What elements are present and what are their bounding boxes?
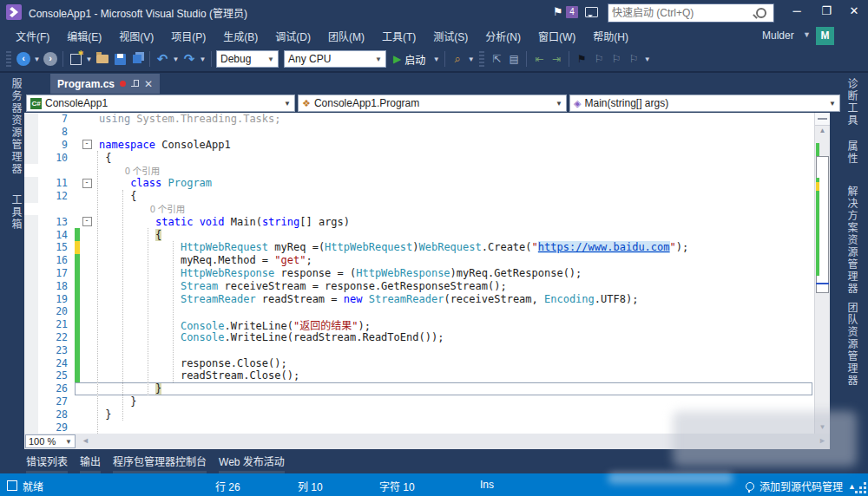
menu-item-1[interactable]: 文件(F) <box>7 25 58 47</box>
breakpoint-margin[interactable] <box>24 382 38 395</box>
breakpoint-margin[interactable] <box>24 177 38 190</box>
panel-tab-1[interactable]: 错误列表 <box>26 454 68 474</box>
fold-margin[interactable] <box>80 408 94 421</box>
fold-margin[interactable] <box>80 318 94 331</box>
fold-margin[interactable] <box>80 305 94 318</box>
zoom-combo[interactable]: 100 %▼ <box>25 434 76 448</box>
right-tool-tab-4[interactable]: 团队资源管理器 <box>844 300 868 388</box>
resize-grip[interactable] <box>856 482 866 493</box>
fold-margin[interactable] <box>80 126 94 139</box>
menu-item-9[interactable]: 测试(S) <box>424 25 477 47</box>
code-line-24[interactable]: 24 response.Close(); <box>24 356 814 369</box>
indent-decrease-icon[interactable]: ⇤ <box>531 50 547 68</box>
breakpoint-margin[interactable] <box>24 305 38 318</box>
open-file-button[interactable] <box>95 50 110 68</box>
breakpoint-margin[interactable] <box>24 190 38 203</box>
fold-margin[interactable]: - <box>80 215 94 228</box>
code-line-10[interactable]: 10 { <box>24 151 814 164</box>
code-line-11[interactable]: 11- class Program <box>24 177 814 190</box>
menu-item-2[interactable]: 编辑(E) <box>58 25 110 47</box>
fold-margin[interactable] <box>80 343 94 356</box>
user-name[interactable]: Mulder <box>762 29 794 42</box>
breakpoint-margin[interactable] <box>24 318 38 331</box>
toolbar-grip[interactable] <box>479 51 484 67</box>
code-line-7[interactable]: 7using System.Threading.Tasks; <box>24 113 814 126</box>
fold-margin[interactable] <box>80 228 94 241</box>
hscroll-left-icon[interactable]: ◄ <box>82 436 89 445</box>
navigate-back-button[interactable]: ‹ <box>16 50 31 68</box>
start-dropdown-caret[interactable]: ▼ <box>432 50 440 68</box>
code-line-27[interactable]: 27 } <box>24 395 814 408</box>
bookmark-icon[interactable]: ⚑ <box>574 50 589 68</box>
toolbar-grip[interactable] <box>6 51 11 67</box>
breakpoint-margin[interactable] <box>24 369 38 382</box>
fold-margin[interactable] <box>80 395 94 408</box>
project-dropdown[interactable]: C# ConsoleApp1▼ <box>26 95 295 112</box>
undo-dropdown-caret[interactable]: ▼ <box>172 50 180 68</box>
type-dropdown[interactable]: ❖ ConsoleApp1.Program▼ <box>298 95 567 112</box>
code-line-20[interactable]: 20 <box>24 305 814 318</box>
menu-item-10[interactable]: 分析(N) <box>477 25 529 47</box>
menu-item-12[interactable]: 帮助(H) <box>584 25 637 47</box>
fold-margin[interactable] <box>80 421 94 434</box>
panel-tab-4[interactable]: Web 发布活动 <box>219 454 285 474</box>
breakpoint-margin[interactable] <box>24 151 38 164</box>
breakpoint-margin[interactable] <box>24 292 38 305</box>
code-line-23[interactable]: 23 <box>24 343 814 356</box>
platform-combo[interactable]: Any CPU▼ <box>284 50 386 68</box>
prev-bookmark-icon[interactable]: ⚐ <box>591 50 607 68</box>
breakpoint-margin[interactable] <box>24 254 38 267</box>
hyperlink[interactable]: https://www.baidu.com <box>538 241 670 253</box>
breakpoint-margin[interactable] <box>24 343 38 356</box>
menu-item-3[interactable]: 视图(V) <box>110 25 162 47</box>
debug-target-combo[interactable]: Debug▼ <box>216 50 279 68</box>
code-line-15[interactable]: 15 HttpWebRequest myReq =(HttpWebRequest… <box>24 241 814 254</box>
avatar[interactable]: M <box>816 27 834 45</box>
save-button[interactable] <box>112 50 128 68</box>
breakpoint-margin[interactable] <box>24 139 38 152</box>
breakpoint-margin[interactable] <box>24 279 38 292</box>
menu-item-7[interactable]: 团队(M) <box>319 25 373 47</box>
fold-margin[interactable] <box>80 279 94 292</box>
code-line-16[interactable]: 16 myReq.Method = "get"; <box>24 254 814 267</box>
breakpoint-margin[interactable] <box>24 228 38 241</box>
redo-dropdown-caret[interactable]: ▼ <box>199 50 207 68</box>
breakpoint-margin[interactable] <box>24 241 38 254</box>
pin-icon[interactable] <box>131 80 139 88</box>
find-in-files-icon[interactable]: ⌕ <box>450 50 465 68</box>
fold-margin[interactable] <box>80 331 94 344</box>
minimize-button[interactable]: ─ <box>783 0 811 23</box>
collapse-icon[interactable]: - <box>82 140 92 149</box>
vertical-scrollbar[interactable]: ▲ ▼ <box>814 113 830 434</box>
splitter-handle[interactable] <box>815 113 830 126</box>
breakpoint-margin[interactable] <box>24 421 38 434</box>
code-line-17[interactable]: 17 HttpWebResponse response = (HttpWebRe… <box>24 267 814 280</box>
fold-margin[interactable]: - <box>80 139 94 152</box>
indent-increase-icon[interactable]: ⇥ <box>549 50 564 68</box>
maximize-button[interactable]: ❐ <box>812 0 840 23</box>
code-area[interactable]: 7using System.Threading.Tasks;89-namespa… <box>24 113 814 434</box>
code-line-8[interactable]: 8 <box>24 126 814 139</box>
start-debug-button[interactable]: ▶启动 <box>388 52 431 67</box>
menu-item-11[interactable]: 窗口(W) <box>529 25 584 47</box>
code-line-12[interactable]: 12 { <box>24 190 814 203</box>
tab-program-cs[interactable]: Program.cs ✕ <box>50 74 160 94</box>
fold-margin[interactable] <box>80 382 94 395</box>
panel-tab-2[interactable]: 输出 <box>80 454 101 474</box>
code-line-18[interactable]: 18 Stream receiveStream = response.GetRe… <box>24 279 814 292</box>
fold-margin[interactable] <box>80 151 94 164</box>
breakpoint-margin[interactable] <box>24 126 38 139</box>
code-line-26[interactable]: 26 } <box>24 382 814 395</box>
codelens-row[interactable]: 0 个引用 <box>24 164 814 177</box>
fold-margin[interactable]: - <box>80 177 94 190</box>
feedback-icon[interactable] <box>585 7 598 17</box>
fold-margin[interactable] <box>80 113 94 126</box>
breakpoint-margin[interactable] <box>24 356 38 369</box>
back-dropdown-caret[interactable]: ▼ <box>33 50 41 68</box>
right-tool-tab-1[interactable]: 诊断工具 <box>844 76 868 128</box>
fold-margin[interactable] <box>80 292 94 305</box>
breakpoint-margin[interactable] <box>24 395 38 408</box>
notifications-badge[interactable]: 4 <box>566 6 578 18</box>
toolbar-overflow-caret[interactable]: ▼ <box>643 50 651 68</box>
breakpoint-margin[interactable] <box>24 408 38 421</box>
